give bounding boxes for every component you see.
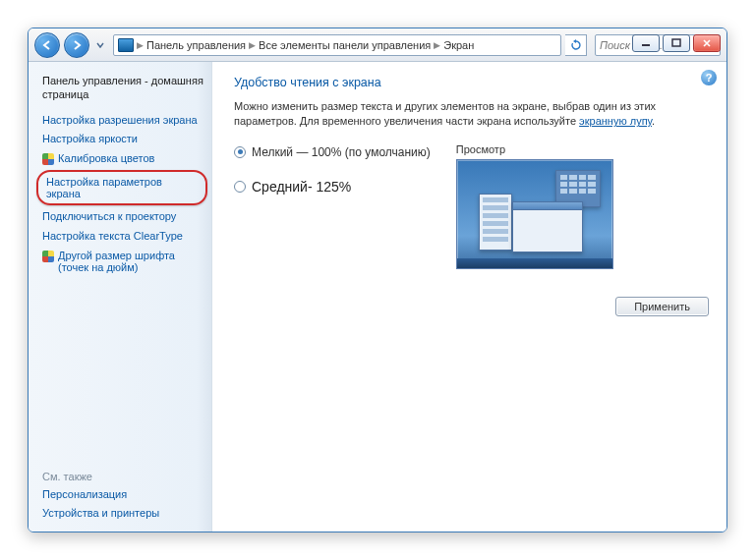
option-label: Средний- 125%: [252, 179, 351, 195]
sidebar-footer: См. также Персонализация Устройства и пр…: [42, 458, 203, 525]
sidebar-item-label: Настройка параметров экрана: [46, 176, 162, 199]
preview-image: [456, 159, 613, 269]
magnifier-link[interactable]: экранную лупу: [579, 115, 652, 127]
help-icon[interactable]: ?: [701, 70, 717, 85]
option-small[interactable]: Мелкий — 100% (по умолчанию): [234, 145, 431, 159]
radio-icon: [234, 181, 246, 193]
breadcrumb-leaf[interactable]: Экран: [443, 39, 474, 51]
content-pane: ? Удобство чтения с экрана Можно изменит…: [211, 62, 726, 532]
window-body: Панель управления - домашняя страница На…: [29, 62, 726, 532]
preview-column: Просмотр: [456, 143, 709, 269]
chevron-right-icon: ▶: [434, 40, 440, 50]
forward-button[interactable]: [64, 32, 89, 58]
shield-icon: [42, 251, 54, 262]
refresh-button[interactable]: [565, 34, 587, 56]
sidebar-home-link[interactable]: Панель управления - домашняя страница: [42, 72, 203, 105]
apply-button[interactable]: Применить: [615, 297, 709, 316]
history-dropdown[interactable]: [93, 34, 107, 56]
window-controls: [632, 34, 721, 52]
page-description: Можно изменить размер текста и других эл…: [234, 99, 709, 130]
breadcrumb-root[interactable]: Панель управления: [146, 39, 246, 51]
sidebar-footer-personalization[interactable]: Персонализация: [42, 485, 203, 505]
sidebar-item-label: Другой размер шрифта (точек на дюйм): [58, 250, 203, 273]
see-also-label: См. также: [42, 468, 203, 485]
sidebar-item-calibration[interactable]: Калибровка цветов: [42, 149, 203, 168]
close-button[interactable]: [693, 34, 721, 52]
monitor-icon: [118, 38, 134, 52]
radio-icon: [234, 146, 246, 158]
svg-rect-0: [642, 44, 650, 46]
sidebar-item-projector[interactable]: Подключиться к проектору: [42, 207, 203, 227]
page-title: Удобство чтения с экрана: [234, 76, 709, 89]
breadcrumb-mid[interactable]: Все элементы панели управления: [259, 39, 431, 51]
option-label: Мелкий — 100% (по умолчанию): [252, 145, 431, 159]
options-row: Мелкий — 100% (по умолчанию) Средний- 12…: [234, 143, 709, 269]
nav-bar: ▶ Панель управления ▶ Все элементы панел…: [29, 28, 726, 62]
sidebar-item-brightness[interactable]: Настройка яркости: [42, 130, 203, 149]
maximize-button[interactable]: [663, 34, 690, 52]
minimize-button[interactable]: [632, 34, 660, 52]
address-bar[interactable]: ▶ Панель управления ▶ Все элементы панел…: [113, 34, 561, 56]
preview-label: Просмотр: [456, 143, 709, 155]
sidebar-item-resolution[interactable]: Настройка разрешения экрана: [42, 111, 203, 131]
svg-rect-1: [672, 39, 680, 46]
control-panel-window: ▶ Панель управления ▶ Все элементы панел…: [28, 28, 727, 532]
sidebar-item-dpi[interactable]: Другой размер шрифта (точек на дюйм): [42, 247, 203, 276]
size-options: Мелкий — 100% (по умолчанию) Средний- 12…: [234, 143, 431, 195]
chevron-right-icon: ▶: [137, 40, 144, 50]
sidebar: Панель управления - домашняя страница На…: [29, 62, 211, 532]
option-medium[interactable]: Средний- 125%: [234, 179, 431, 195]
sidebar-footer-devices[interactable]: Устройства и принтеры: [42, 504, 203, 524]
shield-icon: [42, 153, 54, 165]
back-button[interactable]: [34, 32, 60, 58]
sidebar-item-label: Калибровка цветов: [58, 152, 154, 164]
chevron-right-icon: ▶: [249, 40, 256, 50]
sidebar-item-cleartype[interactable]: Настройка текста ClearType: [42, 227, 203, 247]
sidebar-item-display-settings[interactable]: Настройка параметров экрана: [36, 170, 207, 205]
